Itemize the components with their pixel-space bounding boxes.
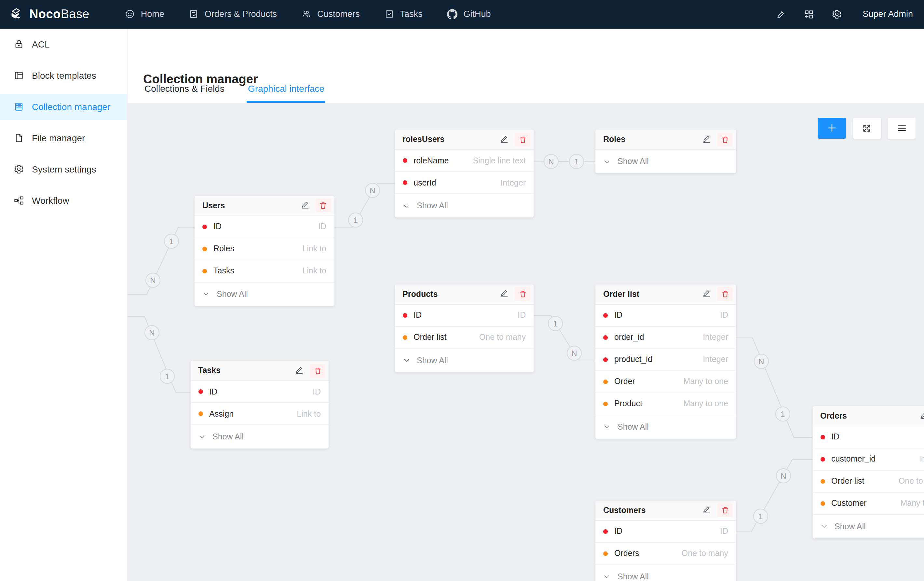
- github-icon: [447, 9, 458, 20]
- field-row-id[interactable]: IDID: [190, 381, 328, 403]
- show-all-toggle[interactable]: Show All: [596, 565, 736, 581]
- show-all-toggle[interactable]: Show All: [596, 150, 736, 173]
- show-all-label: Show All: [217, 290, 248, 298]
- delete-collection-button[interactable]: [717, 132, 733, 146]
- field-row-orders[interactable]: OrdersOne to many: [596, 543, 736, 565]
- edit-collection-button[interactable]: [702, 134, 711, 145]
- delete-collection-button[interactable]: [315, 199, 331, 212]
- field-row-roles[interactable]: RolesLink to: [195, 238, 334, 260]
- field-row-customer-id[interactable]: customer_idInteger: [812, 448, 924, 470]
- nav-item-customers[interactable]: Customers: [289, 0, 372, 28]
- field-row-tasks[interactable]: TasksLink to: [195, 260, 334, 282]
- current-user[interactable]: Super Admin: [863, 10, 913, 19]
- field-row-assign[interactable]: AssignLink to: [190, 403, 328, 425]
- card-header[interactable]: Roles: [596, 129, 736, 150]
- field-row-id[interactable]: IDID: [195, 216, 334, 238]
- nav-item-home[interactable]: Home: [113, 0, 177, 28]
- sidebar-item-acl[interactable]: ACL: [0, 31, 127, 57]
- edit-collection-button[interactable]: [300, 200, 309, 211]
- field-row-rolename[interactable]: roleNameSingle line text: [394, 150, 534, 172]
- show-all-toggle[interactable]: Show All: [394, 194, 534, 217]
- card-header[interactable]: Customers: [596, 500, 736, 520]
- card-header[interactable]: Order list: [596, 284, 736, 305]
- edit-collection-button[interactable]: [295, 365, 304, 376]
- show-all-toggle[interactable]: Show All: [190, 425, 328, 449]
- sidebar-item-block-templates[interactable]: Block templates: [0, 62, 127, 88]
- nav-item-tasks[interactable]: Tasks: [372, 0, 435, 28]
- collection-card-products[interactable]: ProductsIDIDOrder listOne to manyShow Al…: [394, 284, 534, 372]
- tab-graphical-interface[interactable]: Graphical interface: [247, 75, 326, 103]
- field-row-id[interactable]: ID: [812, 426, 924, 448]
- trash-icon: [518, 135, 527, 144]
- collection-card-roles[interactable]: RolesShow All: [596, 129, 736, 173]
- collection-card-users[interactable]: UsersIDIDRolesLink toTasksLink toShow Al…: [195, 195, 334, 306]
- collection-card-tasks[interactable]: TasksIDIDAssignLink toShow All: [190, 361, 328, 449]
- card-header[interactable]: Orders: [812, 406, 924, 426]
- highlighter-icon[interactable]: [776, 9, 786, 20]
- sidebar-item-file-manager[interactable]: File manager: [0, 125, 127, 151]
- sidebar-item-system-settings[interactable]: System settings: [0, 156, 127, 182]
- collection-title: Order list: [603, 290, 702, 298]
- field-row-order[interactable]: OrderMany to one: [596, 371, 736, 393]
- delete-collection-button[interactable]: [717, 287, 733, 301]
- fullscreen-button[interactable]: [853, 118, 881, 138]
- show-all-toggle[interactable]: Show All: [596, 415, 736, 439]
- cardinality-label: 1: [165, 372, 169, 381]
- field-name: Roles: [213, 244, 302, 253]
- settings-gear-icon[interactable]: [831, 9, 842, 20]
- field-type: ID: [720, 311, 728, 319]
- collection-card-orders[interactable]: OrdersIDcustomer_idIntegerOrder listOne …: [812, 406, 924, 538]
- edit-collection-button[interactable]: [702, 505, 711, 516]
- collection-card-order-list[interactable]: Order listIDIDorder_idIntegerproduct_idI…: [596, 284, 736, 439]
- field-row-order-list[interactable]: Order listOne to many: [812, 470, 924, 492]
- field-name: ID: [614, 311, 720, 319]
- delete-collection-button[interactable]: [515, 132, 530, 146]
- show-all-toggle[interactable]: Show All: [394, 349, 534, 372]
- sidebar-item-collection-manager[interactable]: Collection manager: [0, 93, 127, 119]
- field-row-order-list[interactable]: Order listOne to many: [394, 326, 534, 349]
- field-row-id[interactable]: IDID: [596, 305, 736, 326]
- edit-collection-button[interactable]: [500, 288, 509, 300]
- add-block-icon[interactable]: [803, 9, 814, 20]
- field-row-product-id[interactable]: product_idInteger: [596, 349, 736, 371]
- delete-collection-button[interactable]: [515, 287, 530, 301]
- show-all-toggle[interactable]: Show All: [812, 515, 924, 538]
- add-collection-button[interactable]: [818, 118, 846, 138]
- chevron-down-icon: [403, 202, 409, 209]
- card-header[interactable]: Tasks: [190, 361, 328, 381]
- collection-card-customers[interactable]: CustomersIDIDOrdersOne to manyShow All: [596, 500, 736, 581]
- field-name: ID: [209, 387, 313, 396]
- edit-collection-button[interactable]: [500, 134, 509, 145]
- edit-collection-button[interactable]: [702, 288, 711, 300]
- field-row-id[interactable]: IDID: [394, 305, 534, 326]
- delete-collection-button[interactable]: [717, 503, 733, 517]
- sidebar-item-workflow[interactable]: Workflow: [0, 187, 127, 213]
- card-header[interactable]: Products: [394, 284, 534, 305]
- field-row-product[interactable]: ProductMany to one: [596, 393, 736, 415]
- show-all-toggle[interactable]: Show All: [195, 282, 334, 306]
- edit-collection-button[interactable]: [919, 410, 924, 421]
- field-row-userid[interactable]: userIdInteger: [394, 172, 534, 194]
- relation-edge: [534, 161, 596, 161]
- graph-canvas[interactable]: 1NN11NN11NN1N1 rolesUsersroleNameSingle …: [127, 103, 924, 581]
- card-header[interactable]: rolesUsers: [394, 129, 534, 150]
- tab-collections-fields[interactable]: Collections & Fields: [143, 75, 226, 103]
- card-header[interactable]: Users: [195, 195, 334, 216]
- field-type: Many to one: [900, 499, 924, 508]
- nav-item-orders-products[interactable]: Orders & Products: [177, 0, 289, 28]
- field-row-order-id[interactable]: order_idInteger: [596, 326, 736, 349]
- cardinality-label: 1: [169, 237, 173, 245]
- field-row-customer[interactable]: CustomerMany to one: [812, 492, 924, 515]
- nocobase-logo[interactable]: NocoBase: [0, 7, 89, 22]
- red-field-dot-icon: [603, 335, 608, 339]
- field-type: One to many: [479, 333, 526, 342]
- delete-collection-button[interactable]: [310, 364, 325, 377]
- edit-icon: [500, 288, 509, 298]
- field-name: Orders: [614, 549, 681, 558]
- field-row-id[interactable]: IDID: [596, 520, 736, 543]
- nav-item-github[interactable]: GitHub: [435, 0, 503, 28]
- orange-field-dot-icon: [603, 401, 608, 406]
- collection-card-rolesusers[interactable]: rolesUsersroleNameSingle line textuserId…: [394, 129, 534, 217]
- graph-menu-button[interactable]: [888, 118, 916, 138]
- customers-icon: [302, 10, 311, 19]
